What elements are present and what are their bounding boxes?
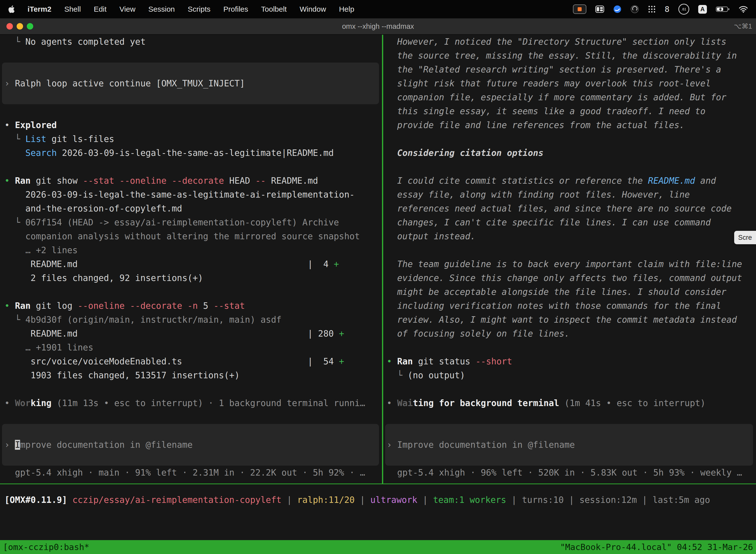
left-terminal-pane[interactable]: └ No agents completed yet› Ralph loop ac…	[0, 35, 382, 480]
terminal-line: companion file, especially if more comme…	[387, 90, 756, 104]
menu-item-toolbelt[interactable]: Toolbelt	[255, 5, 293, 13]
text-segment: 4b9d30f (origin/main, instructkr/main, m…	[25, 315, 281, 325]
text-segment: ›	[4, 78, 15, 88]
glyph-8-icon[interactable]: 8	[665, 4, 670, 14]
battery-percent-icon[interactable]: .61	[678, 4, 689, 15]
blue-app-icon[interactable]	[613, 5, 622, 13]
text-segment: changes, I can't cite specific file line…	[387, 217, 711, 227]
text-segment: •	[4, 301, 15, 311]
text-segment: cczip/essay/ai-reimplementation-copyleft	[72, 495, 281, 505]
terminal-line: and-the-erosion-of-copyleft.md	[4, 202, 382, 215]
text-segment: and-the-erosion-of-copyleft.md	[4, 204, 182, 214]
window-title: omx --xhigh --madmax	[0, 22, 756, 31]
tmux-session-info[interactable]: [omx-cczip0:bash*	[3, 542, 89, 552]
terminal-line: • Ran git status --short	[387, 354, 756, 368]
apple-icon	[8, 5, 15, 13]
text-segment: Wai	[397, 398, 413, 408]
terminal-line: └ 067f154 (HEAD -> essay/ai-reimplementa…	[4, 215, 382, 229]
terminal-line	[387, 410, 756, 424]
text-segment: (1m 41s • esc to interrupt)	[559, 398, 705, 408]
terminal-line	[4, 63, 382, 76]
screen-share-tab-label: Scre	[738, 234, 752, 241]
text-segment: Search	[25, 148, 57, 158]
terminal-line: slight risk that future readers may over…	[387, 76, 756, 90]
menu-item-help[interactable]: Help	[333, 5, 361, 13]
terminal-line: review. Also, I might want to inspect th…	[387, 313, 756, 327]
text-segment: gpt-5.4 xhigh · 96% left · 520K in · 5.8…	[387, 467, 742, 478]
text-segment: and	[695, 176, 716, 186]
menu-item-edit[interactable]: Edit	[87, 5, 113, 13]
text-segment: --short	[476, 356, 512, 366]
apple-menu[interactable]	[6, 5, 21, 13]
terminal-line: 1903 files changed, 513517 insertions(+)	[4, 368, 382, 382]
screen-share-tab[interactable]: Scre	[734, 231, 756, 244]
text-segment: … +1901 lines	[4, 342, 93, 352]
terminal-line: › Ralph loop active continue [OMX_TMUX_I…	[4, 76, 382, 90]
menu-item-scripts[interactable]: Scripts	[181, 5, 217, 13]
dots-grid-icon[interactable]	[648, 5, 656, 13]
terminal-line: • Waiting for background terminal (1m 41…	[387, 396, 756, 410]
menu-item-iterm2[interactable]: iTerm2	[21, 5, 58, 13]
terminal-line: … +1901 lines	[4, 340, 382, 354]
text-segment: However, I noticed the "Directory Struct…	[387, 37, 727, 47]
terminal-line: this single essay, it seems like a good …	[387, 104, 756, 118]
text-segment: might be acceptable alongside the file l…	[387, 287, 727, 297]
menu-item-shell[interactable]: Shell	[58, 5, 87, 13]
text-segment: 067f154 (HEAD -> essay/ai-reimplementati…	[25, 217, 339, 227]
text-segment: |	[281, 495, 297, 505]
battery-icon[interactable]	[716, 6, 730, 13]
input-source-icon[interactable]: A	[698, 5, 707, 14]
battery-percent-value: .61	[681, 7, 686, 11]
menu-item-window[interactable]: Window	[293, 5, 333, 13]
title-bar[interactable]: omx --xhigh --madmax ⌥⌘1	[0, 18, 756, 35]
text-segment: including verification notes with those …	[387, 301, 721, 311]
terminal-line	[387, 132, 756, 146]
tmux-status-bar: [omx-cczip0:bash* "MacBook-Pro-44.local"…	[0, 540, 756, 554]
text-segment: last:5m ago	[652, 495, 710, 505]
text-segment: output instead.	[387, 231, 476, 241]
terminal-line	[4, 49, 382, 63]
text-segment: 5	[203, 301, 213, 311]
menu-item-profiles[interactable]: Profiles	[217, 5, 254, 13]
text-segment: session:12m	[579, 495, 637, 505]
terminal-line	[4, 160, 382, 174]
terminal-line: └ List git ls-files	[4, 132, 382, 146]
text-segment: +	[339, 329, 344, 339]
terminal-line: • Working (11m 13s • esc to interrupt) ·…	[4, 396, 382, 410]
text-segment: companion file, especially if more comme…	[387, 92, 727, 102]
menu-item-session[interactable]: Session	[142, 5, 181, 13]
terminal-line: … +2 lines	[4, 243, 382, 257]
terminal-line: including verification notes with those …	[387, 299, 756, 313]
tmux-host-time: "MacBook-Pro-44.local" 04:52 31-Mar-26	[560, 542, 753, 552]
text-segment: mprove documentation in @filename	[20, 440, 192, 450]
text-segment: README.md | 4	[4, 259, 334, 269]
terminal-line: • Ran git log --oneline --decorate -n 5 …	[4, 299, 382, 313]
text-segment: git show	[36, 176, 83, 186]
terminal-line	[4, 424, 382, 438]
terminal-line: of focusing solely on file lines.	[387, 327, 756, 340]
window-shortcut-badge: ⌥⌘1	[734, 22, 752, 30]
right-terminal-pane[interactable]: However, I noticed the "Directory Struct…	[383, 35, 756, 480]
terminal: └ No agents completed yet› Ralph loop ac…	[0, 35, 756, 540]
screen-recording-indicator[interactable]	[573, 4, 586, 14]
terminal-line	[4, 382, 382, 396]
window-tiles-icon[interactable]	[595, 5, 604, 13]
text-segment: 2026-03-09-is-legal-the-same-as-legitima…	[4, 189, 355, 200]
terminal-line: 2 files changed, 92 insertions(+)	[4, 271, 382, 285]
text-segment: └	[4, 315, 25, 325]
terminal-line	[4, 452, 382, 466]
terminal-line: the "Related research writing" section i…	[387, 63, 756, 76]
text-segment: git log	[36, 301, 78, 311]
terminal-line	[4, 90, 382, 104]
terminal-line: › Improve documentation in @filename	[4, 438, 382, 452]
text-segment: ›	[387, 440, 397, 450]
text-segment: •	[387, 398, 397, 408]
text-segment: Ran	[15, 301, 36, 311]
terminal-line	[387, 340, 756, 354]
text-segment: Ralph loop active continue [OMX_TMUX_INJ…	[15, 78, 245, 88]
menu-item-view[interactable]: View	[113, 5, 142, 13]
text-segment: gpt-5.4 xhigh · main · 91% left · 2.31M …	[4, 467, 365, 478]
wifi-icon[interactable]	[739, 6, 748, 13]
terminal-line: └ No agents completed yet	[4, 35, 382, 49]
dark-app-icon[interactable]	[630, 5, 639, 13]
